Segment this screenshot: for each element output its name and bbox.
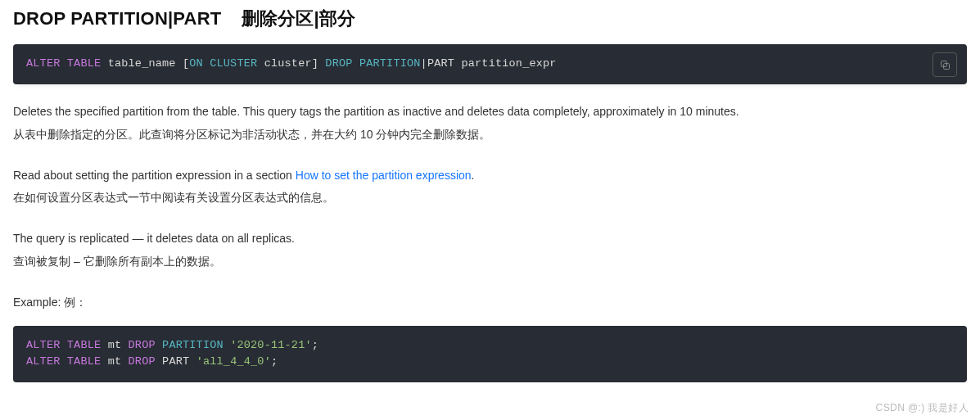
code-token: table_name	[108, 57, 176, 70]
code-token: cluster	[264, 57, 312, 70]
description-english: Deletes the specified partition from the…	[13, 102, 967, 122]
expression-para-chinese: 在如何设置分区表达式一节中阅读有关设置分区表达式的信息。	[13, 188, 967, 208]
example-code-block: ALTER TABLE mt DROP PARTITION '2020-11-2…	[13, 326, 967, 383]
description-chinese: 从表中删除指定的分区。此查询将分区标记为非活动状态，并在大约 10 分钟内完全删…	[13, 125, 967, 145]
code-token: ALTER TABLE	[26, 339, 101, 351]
code-token: ;	[312, 339, 318, 351]
code-token: ALTER TABLE	[26, 355, 101, 368]
expression-para-english: Read about setting the partition express…	[13, 166, 967, 186]
copy-icon	[939, 59, 951, 71]
code-token: partition_expr	[461, 57, 556, 70]
expression-text-pre: Read about setting the partition express…	[13, 169, 296, 182]
code-token: '2020-11-21'	[230, 339, 312, 351]
code-token: 'all_4_4_0'	[196, 355, 271, 368]
code-token: DROP	[129, 339, 156, 351]
code-token: mt	[108, 339, 122, 351]
partition-expression-link[interactable]: How to set the partition expression	[296, 169, 472, 182]
replicated-para-chinese: 查询被复制 – 它删除所有副本上的数据。	[13, 252, 967, 272]
expression-text-post: .	[472, 169, 475, 182]
code-token: DROP	[129, 355, 156, 368]
section-heading: DROP PARTITION|PART 删除分区|部分	[13, 7, 967, 31]
code-token: DROP	[325, 57, 352, 70]
code-token: ALTER TABLE	[26, 57, 101, 70]
heading-english: DROP PARTITION|PART	[13, 8, 221, 29]
code-token: ]	[312, 57, 318, 70]
heading-chinese: 删除分区|部分	[242, 8, 356, 29]
code-token: ;	[271, 355, 278, 368]
replicated-para-english: The query is replicated — it deletes dat…	[13, 229, 967, 249]
watermark: CSDN @:) 我是好人	[876, 401, 969, 410]
code-token: PART	[162, 355, 189, 368]
example-label: Example: 例：	[13, 293, 967, 313]
code-token: |PART	[421, 57, 455, 70]
code-token: CLUSTER	[210, 57, 257, 70]
code-token: PARTITION	[162, 339, 224, 351]
code-token: ON	[189, 57, 203, 70]
syntax-code-block: ALTER TABLE table_name [ON CLUSTER clust…	[13, 44, 967, 84]
code-token: PARTITION	[359, 57, 421, 70]
code-token: mt	[108, 355, 122, 368]
copy-button[interactable]	[933, 52, 957, 77]
